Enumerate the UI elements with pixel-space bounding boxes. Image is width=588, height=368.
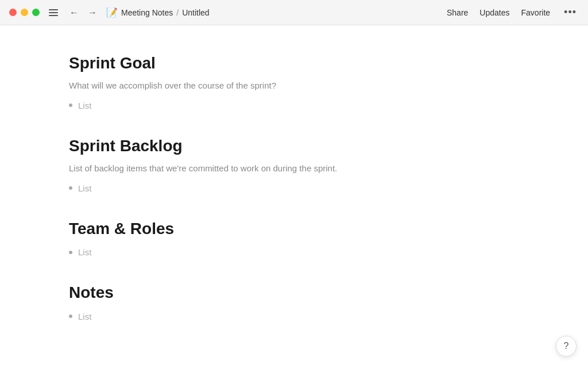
maximize-button[interactable] <box>32 9 40 16</box>
section-title-sprint-goal: Sprint Goal <box>69 53 519 74</box>
section-sprint-backlog: Sprint Backlog List of backlog items tha… <box>69 136 519 195</box>
menu-button[interactable] <box>49 7 60 18</box>
list-item-text: List <box>78 183 91 193</box>
section-title-notes: Notes <box>69 282 519 303</box>
section-title-sprint-backlog: Sprint Backlog <box>69 136 519 156</box>
share-button[interactable]: Share <box>447 6 468 20</box>
forward-button[interactable]: → <box>86 7 99 18</box>
main-content: Sprint Goal What will we accomplish over… <box>0 25 588 368</box>
titlebar: ← → 📝 Meeting Notes / Untitled Share Upd… <box>0 0 588 25</box>
close-button[interactable] <box>9 9 17 16</box>
back-button[interactable]: ← <box>67 7 81 18</box>
list-item[interactable]: List <box>69 181 519 195</box>
list-bullet <box>69 103 72 107</box>
section-list-team-roles: List <box>69 245 519 259</box>
breadcrumb: 📝 Meeting Notes / Untitled <box>106 7 210 18</box>
help-button[interactable]: ? <box>556 336 577 356</box>
list-item[interactable]: List <box>69 245 519 259</box>
minimize-button[interactable] <box>21 9 28 16</box>
breadcrumb-current[interactable]: Untitled <box>182 8 209 17</box>
list-bullet <box>69 186 72 190</box>
section-notes: Notes List <box>69 282 519 323</box>
updates-button[interactable]: Updates <box>479 6 509 20</box>
list-item-text: List <box>78 312 91 321</box>
list-item-text: List <box>78 247 91 257</box>
list-item-text: List <box>78 101 91 110</box>
more-options-button[interactable]: ••• <box>562 4 579 21</box>
breadcrumb-separator: / <box>176 8 179 17</box>
breadcrumb-icon: 📝 <box>106 7 118 18</box>
list-bullet <box>69 251 72 254</box>
section-team-roles: Team & Roles List <box>69 218 519 259</box>
list-bullet <box>69 315 72 318</box>
section-list-sprint-backlog: List <box>69 181 519 195</box>
section-desc-sprint-goal: What will we accomplish over the course … <box>69 79 519 93</box>
breadcrumb-parent[interactable]: Meeting Notes <box>121 8 173 17</box>
section-desc-sprint-backlog: List of backlog items that we're committ… <box>69 162 519 175</box>
section-title-team-roles: Team & Roles <box>69 218 519 239</box>
titlebar-actions: Share Updates Favorite ••• <box>447 4 579 21</box>
section-list-sprint-goal: List <box>69 98 519 113</box>
list-item[interactable]: List <box>69 98 519 113</box>
list-item[interactable]: List <box>69 309 519 324</box>
section-list-notes: List <box>69 309 519 324</box>
nav-arrows: ← → <box>67 7 99 18</box>
favorite-button[interactable]: Favorite <box>521 6 551 20</box>
traffic-lights <box>9 9 40 16</box>
section-sprint-goal: Sprint Goal What will we accomplish over… <box>69 53 519 113</box>
